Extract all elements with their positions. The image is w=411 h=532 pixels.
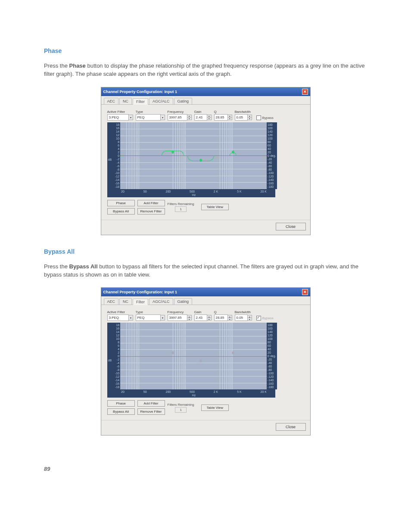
input-gain[interactable]: 2.43▴▾ <box>194 314 212 321</box>
label-bandwidth: Bandwidth <box>235 110 252 114</box>
x-axis-label: Hz <box>112 394 275 398</box>
dropdown-active-filter[interactable]: 3:PEQ▾ <box>107 114 133 121</box>
y-axis-right-ticks: 180160140120100806040200 deg.-20-40-60-8… <box>267 122 277 189</box>
dropdown-type[interactable]: PEQ▾ <box>136 314 165 321</box>
dialog-titlebar: Channel Property Configuration: Input 1 … <box>101 288 310 296</box>
close-icon[interactable]: ✕ <box>302 289 308 295</box>
tab-agc-alc[interactable]: AGC/ALC <box>149 298 173 305</box>
filter-graph: dB 181614121086420-2-4-6-8-10-12-14-16-1… <box>107 323 304 398</box>
label-active-filter: Active Filter <box>107 110 133 114</box>
dialog-channel-property: Channel Property Configuration: Input 1 … <box>101 87 311 235</box>
table-view-button[interactable]: Table View <box>201 204 229 210</box>
bypass-all-button[interactable]: Bypass All <box>107 208 135 215</box>
spinner-icon[interactable]: ▴▾ <box>248 315 252 320</box>
y-axis-left-label: dB <box>107 323 113 398</box>
input-bandwidth[interactable]: 0.05▴▾ <box>235 114 252 121</box>
remove-filter-button[interactable]: Remove Filter <box>137 208 165 215</box>
input-frequency[interactable]: 3997.85▴▾ <box>168 114 192 121</box>
close-icon[interactable]: ✕ <box>302 89 308 95</box>
chevron-down-icon: ▾ <box>129 115 133 120</box>
section-title-bypass-all: Bypass All <box>44 248 367 255</box>
filter-controls-row: Active Filter 3:PEQ▾ Type PEQ▾ Frequency… <box>107 110 304 121</box>
filters-remaining: Filters Remaining 1 <box>168 403 194 413</box>
input-q[interactable]: 28.85▴▾ <box>214 314 232 321</box>
tab-nc[interactable]: NC <box>119 298 132 305</box>
tab-filter[interactable]: Filter <box>133 98 148 105</box>
y-axis-left-ticks: 181614121086420-2-4-6-8-10-12-14-16-18 <box>112 122 120 189</box>
dropdown-active-filter[interactable]: 3:PEQ▾ <box>107 314 133 321</box>
chevron-down-icon: ▾ <box>129 315 133 320</box>
dialog-channel-property: Channel Property Configuration: Input 1 … <box>101 287 311 436</box>
filter-node[interactable] <box>171 352 174 354</box>
tab-bar: AEC NC Filter AGC/ALC Gating <box>101 296 310 305</box>
button-row: Phase Bypass All Add Filter Remove Filte… <box>107 400 304 415</box>
input-gain[interactable]: 2.43▴▾ <box>194 114 212 121</box>
zero-line <box>120 356 267 357</box>
close-button[interactable]: Close <box>276 223 306 230</box>
input-frequency[interactable]: 3997.85▴▾ <box>168 314 192 321</box>
checkbox-bypass[interactable] <box>256 115 261 120</box>
spinner-icon[interactable]: ▴▾ <box>187 315 192 320</box>
tab-aec[interactable]: AEC <box>104 98 119 104</box>
filter-node[interactable] <box>199 159 202 162</box>
add-filter-button[interactable]: Add Filter <box>137 200 165 206</box>
y-axis-left-ticks: 181614121086420-2-4-6-8-10-12-14-16-18 <box>112 323 120 389</box>
checkbox-bypass[interactable] <box>256 316 261 320</box>
filter-graph: dB 181614121086420-2-4-6-8-10-12-14-16-1… <box>107 122 304 197</box>
plot-area[interactable] <box>120 323 267 389</box>
remove-filter-button[interactable]: Remove Filter <box>137 408 165 415</box>
section-text-phase: Press the Phase button to display the ph… <box>44 62 367 78</box>
label-frequency: Frequency <box>168 110 192 114</box>
filter-node[interactable] <box>199 360 202 362</box>
tab-bar: AEC NC Filter AGC/ALC Gating <box>101 96 310 105</box>
label-type: Type <box>136 110 165 114</box>
label-bypass: Bypass <box>262 316 274 320</box>
filter-node[interactable] <box>171 151 174 153</box>
spinner-icon[interactable]: ▴▾ <box>248 115 252 120</box>
close-button[interactable]: Close <box>276 423 306 431</box>
input-bandwidth[interactable]: 0.05▴▾ <box>235 314 252 321</box>
spinner-icon[interactable]: ▴▾ <box>228 315 232 320</box>
filter-controls-row: Active Filter 3:PEQ▾ Type PEQ▾ Frequency… <box>107 310 304 321</box>
tab-agc-alc[interactable]: AGC/ALC <box>149 98 173 104</box>
text: button to display the phase relationship… <box>44 62 364 77</box>
text: Press the <box>44 263 69 270</box>
phase-button[interactable]: Phase <box>107 400 135 407</box>
label-frequency: Frequency <box>168 310 192 314</box>
button-row: Phase Bypass All Add Filter Remove Filte… <box>107 200 304 215</box>
x-axis-ticks: 20502005002 K5 K20 K <box>112 389 275 394</box>
chevron-down-icon: ▾ <box>161 315 165 320</box>
spinner-icon[interactable]: ▴▾ <box>207 115 212 120</box>
table-view-button[interactable]: Table View <box>201 404 229 411</box>
label-q: Q <box>214 110 232 114</box>
add-filter-button[interactable]: Add Filter <box>137 400 165 407</box>
tab-gating[interactable]: Gating <box>174 298 193 305</box>
label-bypass: Bypass <box>262 116 274 120</box>
input-q[interactable]: 28.85▴▾ <box>214 114 232 121</box>
figure-phase: Channel Property Configuration: Input 1 … <box>44 87 367 235</box>
chevron-down-icon: ▾ <box>161 115 165 120</box>
x-axis-label: Hz <box>112 193 275 197</box>
label-gain: Gain <box>194 310 212 314</box>
tab-nc[interactable]: NC <box>119 98 132 104</box>
label-gain: Gain <box>194 110 212 114</box>
tab-filter[interactable]: Filter <box>133 299 148 305</box>
x-axis-ticks: 20502005002 K5 K20 K <box>112 189 275 193</box>
phase-button[interactable]: Phase <box>107 200 135 206</box>
figure-bypass-all: Channel Property Configuration: Input 1 … <box>44 287 367 436</box>
filters-remaining-count: 1 <box>175 407 186 413</box>
filter-node[interactable] <box>232 151 234 153</box>
plot-area[interactable] <box>120 122 267 189</box>
filter-node[interactable] <box>232 352 234 354</box>
filters-remaining-count: 1 <box>175 206 186 212</box>
spinner-icon[interactable]: ▴▾ <box>187 115 192 120</box>
y-axis-left-label: dB <box>107 122 113 197</box>
tab-gating[interactable]: Gating <box>174 98 193 104</box>
tab-aec[interactable]: AEC <box>104 298 119 305</box>
spinner-icon[interactable]: ▴▾ <box>207 315 212 320</box>
y-axis-right-ticks: 180160140120100806040200 deg.-20-40-60-8… <box>267 323 277 389</box>
bypass-all-button[interactable]: Bypass All <box>107 408 135 415</box>
dialog-title-text: Channel Property Configuration: Input 1 <box>103 90 177 94</box>
dropdown-type[interactable]: PEQ▾ <box>136 114 165 121</box>
spinner-icon[interactable]: ▴▾ <box>228 115 232 120</box>
